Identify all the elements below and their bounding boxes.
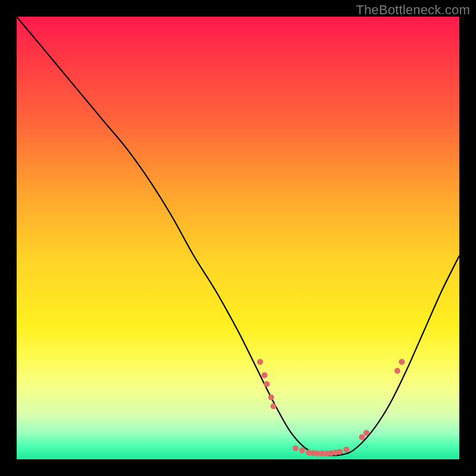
curve-svg [17,17,459,459]
data-marker [359,434,365,440]
data-marker [337,449,343,455]
data-marker [299,447,305,453]
data-marker [364,430,369,436]
data-marker [257,359,263,365]
data-marker [262,372,268,378]
chart-frame: TheBottleneck.com [0,0,476,476]
data-marker [343,447,349,453]
data-marker [394,368,400,374]
watermark-text: TheBottleneck.com [356,2,470,18]
data-marker [264,381,270,387]
plot-area [17,17,459,459]
data-marker [399,359,405,365]
marker-group [257,359,405,456]
data-marker [271,403,277,409]
data-marker [293,445,299,451]
bottleneck-curve [17,17,459,456]
data-marker [268,394,274,400]
